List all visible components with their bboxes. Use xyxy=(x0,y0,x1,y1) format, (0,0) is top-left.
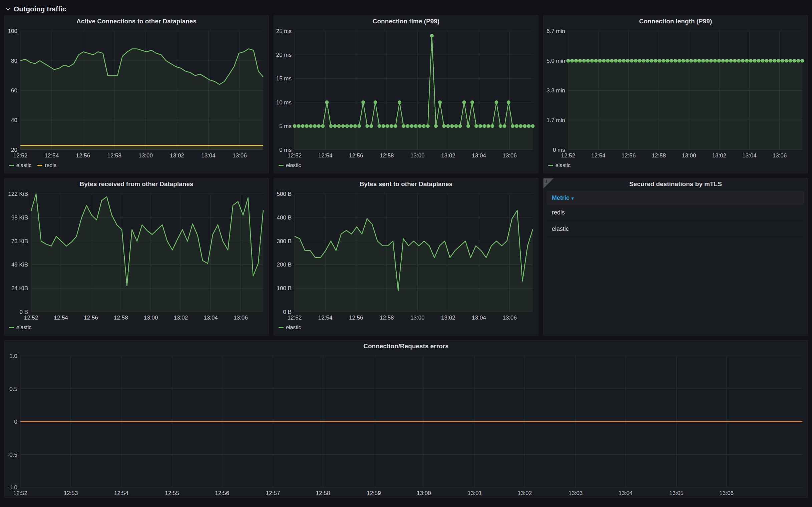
series-point xyxy=(657,59,661,63)
y-axis-tick-label: 100 xyxy=(8,28,17,34)
series-point xyxy=(590,59,594,63)
x-axis-tick-label: 13:06 xyxy=(232,153,247,159)
chart-connection-length[interactable]: 0 ms1.7 min3.3 min5.0 min6.7 min12:5212:… xyxy=(543,27,808,160)
dashboard-row-2: Bytes received from other Dataplanes 0 B… xyxy=(4,178,808,336)
series-point xyxy=(305,124,309,128)
legend-item-elastic[interactable]: elastic xyxy=(9,325,31,331)
mtls-table: Metric▾ redis elastic xyxy=(543,190,808,335)
series-point xyxy=(482,124,486,128)
panel-title: Connection time (P99) xyxy=(274,16,538,27)
series-point xyxy=(394,124,397,128)
legend-item-elastic[interactable]: elastic xyxy=(9,162,31,168)
series-point xyxy=(450,124,454,128)
series-point xyxy=(446,124,450,128)
series-point xyxy=(606,59,610,63)
series-point xyxy=(515,124,519,128)
x-axis-tick-label: 12:53 xyxy=(64,490,78,496)
series-point xyxy=(622,59,626,63)
chart-connection-requests-errors[interactable]: -1.0-0.500.51.012:5212:5312:5412:5512:56… xyxy=(4,352,808,497)
x-axis-tick-label: 13:04 xyxy=(204,315,218,321)
dashboard-row-1: Active Connections to other Dataplanes 2… xyxy=(4,15,808,173)
chart-bytes-received[interactable]: 0 B24 KiB49 KiB73 KiB98 KiB122 KiB12:521… xyxy=(4,190,269,322)
legend-item-elastic[interactable]: elastic xyxy=(548,162,571,168)
series-point xyxy=(434,124,438,128)
series-point xyxy=(682,59,685,63)
x-axis-tick-label: 13:02 xyxy=(712,153,726,159)
legend-item-elastic[interactable]: elastic xyxy=(279,162,301,168)
y-axis-tick-label: 122 KiB xyxy=(8,191,28,197)
series-point xyxy=(531,124,535,128)
series-point xyxy=(467,124,470,128)
series-point xyxy=(630,59,634,63)
x-axis-tick-label: 12:58 xyxy=(380,153,394,159)
series-point xyxy=(519,124,523,128)
y-axis-tick-label: 80 xyxy=(11,58,17,64)
panel-active-connections: Active Connections to other Dataplanes 2… xyxy=(4,15,269,173)
series-point xyxy=(458,124,462,128)
x-axis-tick-label: 12:58 xyxy=(114,315,128,321)
series-point xyxy=(398,100,401,104)
chart-active-connections[interactable]: 2040608010012:5212:5412:5612:5813:0013:0… xyxy=(4,27,269,160)
x-axis-tick-label: 13:00 xyxy=(417,490,431,496)
table-header-label: Metric xyxy=(552,194,570,201)
x-axis-tick-label: 13:02 xyxy=(170,153,184,159)
series-point xyxy=(646,59,650,63)
x-axis-tick-label: 12:58 xyxy=(380,315,394,321)
y-axis-tick-label: 73 KiB xyxy=(11,238,28,244)
series-point xyxy=(689,59,693,63)
series-point xyxy=(523,124,527,128)
x-axis-tick-label: 12:56 xyxy=(621,153,636,159)
series-point xyxy=(491,124,494,128)
series-point xyxy=(582,59,586,63)
table-header-metric[interactable]: Metric▾ xyxy=(547,191,804,205)
x-axis-tick-label: 13:00 xyxy=(144,315,158,321)
series-point xyxy=(661,59,665,63)
chart-connection-time[interactable]: 0 ms5 ms10 ms15 ms20 ms25 ms12:5212:5412… xyxy=(274,27,538,160)
y-axis-tick-label: 25 ms xyxy=(276,28,291,34)
series-point xyxy=(390,124,393,128)
series-point xyxy=(574,59,578,63)
y-axis-tick-label: 5.0 min xyxy=(546,58,565,64)
legend-swatch xyxy=(37,165,42,166)
legend-swatch xyxy=(279,327,283,328)
series-point xyxy=(378,124,381,128)
y-axis-tick-label: 400 B xyxy=(277,215,291,221)
x-axis-tick-label: 12:59 xyxy=(367,490,381,496)
legend-item-elastic[interactable]: elastic xyxy=(279,325,301,331)
series-point xyxy=(333,124,337,128)
series-point xyxy=(697,59,701,63)
chart-bytes-sent[interactable]: 0 B100 B200 B300 B400 B500 B12:5212:5412… xyxy=(274,190,538,322)
series-point xyxy=(614,59,617,63)
chevron-down-icon[interactable] xyxy=(5,6,11,12)
y-axis-tick-label: 49 KiB xyxy=(11,262,28,268)
series-point xyxy=(329,124,333,128)
legend-item-redis[interactable]: redis xyxy=(37,162,56,168)
legend-label: redis xyxy=(45,162,56,168)
series-point xyxy=(410,124,413,128)
series-point xyxy=(293,124,296,128)
x-axis-tick-label: 12:52 xyxy=(287,153,302,159)
panel-title: Connection/Requests errors xyxy=(4,341,808,352)
series-point xyxy=(357,124,361,128)
series-point xyxy=(602,59,606,63)
info-icon-glyph: i xyxy=(545,179,547,184)
series-point xyxy=(626,59,630,63)
series-point xyxy=(594,59,598,63)
x-axis-tick-label: 12:55 xyxy=(165,490,179,496)
x-axis-tick-label: 13:06 xyxy=(233,315,248,321)
x-axis-tick-label: 13:00 xyxy=(139,153,153,159)
series-point xyxy=(438,100,442,104)
x-axis-tick-label: 12:54 xyxy=(54,315,68,321)
y-axis-tick-label: 3.3 min xyxy=(546,88,565,94)
x-axis-tick-label: 13:04 xyxy=(201,153,216,159)
x-axis-tick-label: 12:56 xyxy=(76,153,91,159)
series-point xyxy=(713,59,717,63)
series-point xyxy=(693,59,697,63)
section-outgoing-traffic[interactable]: Outgoing traffic xyxy=(4,3,808,15)
x-axis-tick-label: 13:06 xyxy=(502,315,517,321)
series-point xyxy=(297,124,301,128)
x-axis-tick-label: 12:56 xyxy=(84,315,98,321)
panel-title: Secured destinations by mTLS xyxy=(543,178,808,190)
x-axis-tick-label: 12:54 xyxy=(318,153,333,159)
series-point xyxy=(454,124,458,128)
